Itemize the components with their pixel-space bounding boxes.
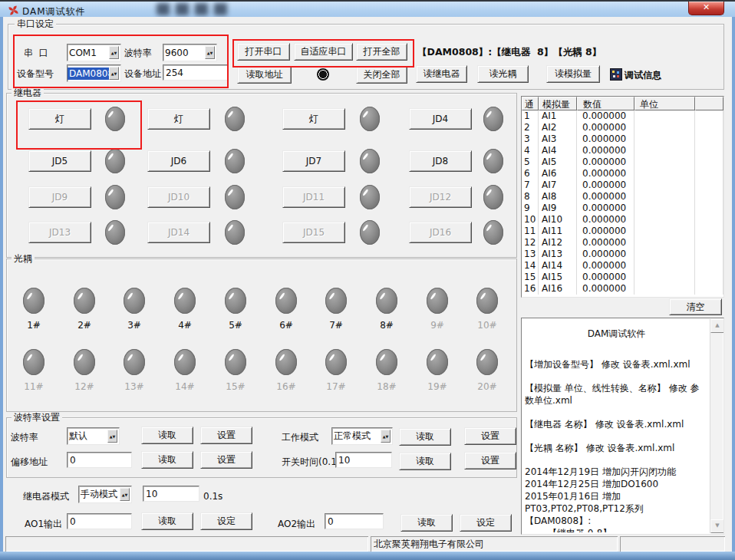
device-model-label: 设备型号 — [17, 68, 54, 79]
status-pane-company: 北京聚英翱翔电子有限公司 — [371, 536, 618, 552]
offset-read-button[interactable]: 读取 — [141, 451, 193, 469]
open-all-button[interactable]: 打开全部 — [356, 43, 407, 61]
dropdown-arrow-icon[interactable]: ▲▼ — [109, 46, 119, 59]
relay-button-7[interactable]: JD7 — [282, 150, 345, 172]
ao1-read-button[interactable]: 读取 — [141, 512, 193, 530]
debug-info-label[interactable]: 调试信息 — [625, 70, 661, 81]
opto-led-18 — [376, 349, 397, 375]
close-button[interactable]: ✕ — [688, 2, 724, 15]
table-row[interactable]: 1AI10.000000 — [522, 110, 723, 122]
adaptive-port-button[interactable]: 自适应串口 — [294, 43, 353, 61]
table-row[interactable]: 11AI110.000000 — [522, 226, 723, 237]
device-model-combobox[interactable]: DAM0808 ▲▼ — [67, 64, 121, 82]
switch-set-button[interactable]: 设置 — [464, 452, 516, 469]
relay-button-3[interactable]: 灯 — [282, 108, 345, 130]
status-pane-left — [5, 536, 368, 552]
scroll-down-icon[interactable]: ▼ — [710, 519, 724, 533]
read-relay-button[interactable]: 读继电器 — [416, 65, 467, 83]
device-model-value: DAM0808 — [68, 68, 115, 80]
header-name[interactable]: 模拟量 — [539, 97, 577, 110]
relay-button-4[interactable]: JD4 — [409, 108, 472, 130]
clear-button[interactable]: 清空 — [669, 298, 722, 315]
table-row[interactable]: 3AI30.000000 — [522, 133, 723, 145]
read-address-button[interactable]: 读取地址 — [237, 66, 292, 84]
relay-led-10 — [225, 185, 245, 209]
device-info-text: 【DAM0808】:【继电器 8】【光耦 8】 — [417, 47, 602, 58]
baudrate-combobox[interactable]: 9600 ▲▼ — [163, 44, 217, 61]
ao2-set-button[interactable]: 设定 — [460, 514, 512, 532]
table-row[interactable]: 14AI140.000000 — [522, 260, 723, 272]
info-line: 【继电器 名称】 修改 设备表.xml.xml — [525, 418, 708, 430]
close-all-button[interactable]: 关闭全部 — [356, 66, 407, 84]
info-panel: DAM调试软件 【增加设备型号】 修改 设备表.xml.xml 【模拟量 单位、… — [521, 318, 724, 535]
dropdown-arrow-icon[interactable]: ▲▼ — [381, 430, 391, 443]
title-bar[interactable]: DAM调试软件 — [0, 2, 735, 17]
ao1-input[interactable] — [67, 513, 132, 529]
header-value[interactable]: 数值 — [577, 97, 634, 110]
info-scrollbar[interactable]: ▲ ▼ — [710, 319, 723, 533]
info-line: DAM调试软件 — [525, 328, 708, 340]
relay-button-5[interactable]: JD5 — [28, 150, 91, 172]
open-port-button[interactable]: 打开串口 — [237, 43, 290, 61]
offset-set-button[interactable]: 设置 — [200, 451, 252, 469]
debug-info-icon[interactable] — [610, 68, 622, 81]
switch-time-input[interactable] — [335, 452, 392, 468]
dropdown-arrow-icon[interactable]: ▲▼ — [120, 488, 130, 501]
table-row[interactable]: 4AI40.000000 — [522, 145, 723, 156]
info-line: 2014年12月25日 增加DO1600 — [525, 478, 708, 490]
relay-led-14 — [225, 220, 245, 245]
dropdown-arrow-icon[interactable]: ▲▼ — [109, 67, 119, 80]
header-unit[interactable]: 单位 — [634, 97, 695, 110]
offset-address-input[interactable] — [67, 452, 132, 468]
app-window: DAM调试软件 ✕ 串口设定 串 口 COM1 ▲▼ 波特率 9600 ▲▼ 设… — [0, 0, 735, 560]
header-channel[interactable]: 通 — [522, 97, 539, 110]
info-line: 2014年12月19日 增加闪开闪闭功能 — [525, 466, 708, 478]
relay-button-8[interactable]: JD8 — [409, 150, 472, 172]
opto-label-11: 11# — [17, 381, 51, 392]
table-row[interactable]: 10AI100.000000 — [522, 214, 723, 226]
port-combobox[interactable]: COM1 ▲▼ — [67, 44, 121, 61]
read-analog-button[interactable]: 读模拟量 — [546, 65, 600, 83]
table-row[interactable]: 16AI160.000000 — [522, 283, 723, 295]
opto-label-8: 8# — [370, 320, 404, 331]
table-row[interactable]: 13AI130.000000 — [522, 249, 723, 260]
workmode-set-button[interactable]: 设置 — [464, 427, 516, 445]
info-line: 【增加设备型号】 修改 设备表.xml.xml — [525, 358, 708, 371]
analog-table: 通 模拟量 数值 单位 1AI10.000000 2AI20.000000 3A… — [521, 96, 724, 298]
baud-set-button[interactable]: 设置 — [200, 427, 252, 444]
table-row[interactable]: 7AI70.000000 — [522, 180, 723, 191]
analog-table-header: 通 模拟量 数值 单位 — [522, 97, 723, 110]
opto-led-16 — [275, 349, 297, 375]
table-row[interactable]: 12AI120.000000 — [522, 237, 723, 249]
opto-label-14: 14# — [168, 381, 202, 392]
ao2-read-button[interactable]: 读取 — [400, 514, 453, 532]
table-row[interactable]: 5AI50.000000 — [522, 156, 723, 168]
baud-read-button[interactable]: 读取 — [141, 427, 193, 444]
dropdown-arrow-icon[interactable]: ▲▼ — [107, 430, 117, 443]
table-row[interactable]: 15AI150.000000 — [522, 272, 723, 283]
baud-combobox[interactable]: 默认 ▲▼ — [67, 427, 120, 445]
opto-led-7 — [325, 288, 347, 314]
opto-led-1 — [23, 288, 44, 314]
table-row[interactable]: 8AI80.000000 — [522, 191, 723, 203]
relay-mode-time-input[interactable] — [143, 486, 199, 502]
relay-mode-combobox[interactable]: 手动模式 ▲▼ — [78, 486, 132, 503]
read-opto-button[interactable]: 读光耦 — [477, 65, 529, 83]
dropdown-arrow-icon[interactable]: ▲▼ — [205, 46, 215, 59]
workmode-combobox[interactable]: 正常模式 ▲▼ — [331, 427, 393, 445]
relay-button-2[interactable]: 灯 — [147, 108, 210, 130]
relay-button-1[interactable]: 灯 — [28, 108, 91, 130]
ao2-input[interactable] — [325, 513, 384, 529]
relay-button-10: JD10 — [147, 186, 210, 208]
workmode-read-button[interactable]: 读取 — [399, 428, 451, 446]
scroll-up-icon[interactable]: ▲ — [710, 319, 724, 333]
relay-button-6[interactable]: JD6 — [147, 150, 210, 172]
device-address-input[interactable] — [163, 64, 228, 81]
switch-read-button[interactable]: 读取 — [399, 453, 451, 470]
opto-label-15: 15# — [219, 381, 252, 392]
ao1-set-button[interactable]: 设定 — [200, 512, 252, 530]
table-row[interactable]: 6AI60.000000 — [522, 168, 723, 180]
opto-led-6 — [275, 288, 297, 314]
table-row[interactable]: 2AI20.000000 — [522, 122, 723, 133]
table-row[interactable]: 9AI90.000000 — [522, 203, 723, 214]
